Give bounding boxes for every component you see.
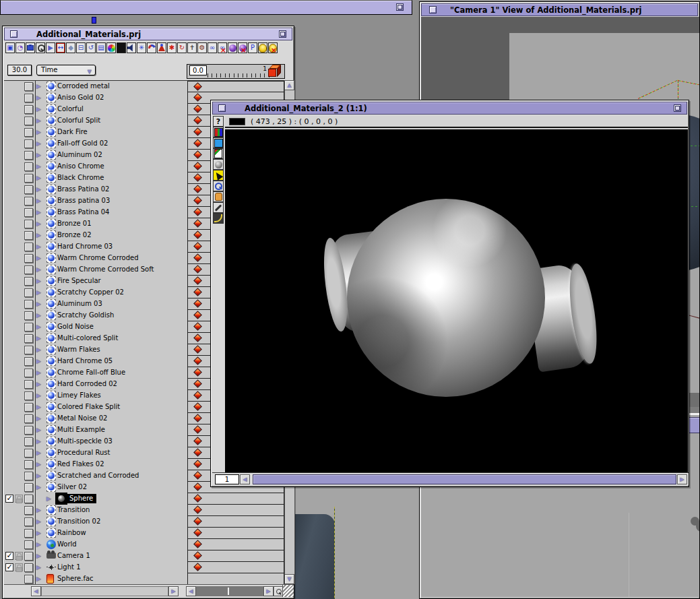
disclosure-triangle-icon[interactable]: ▶ <box>36 461 41 468</box>
bulb-off-icon[interactable] <box>268 42 278 53</box>
row-button[interactable] <box>24 243 33 251</box>
close-box-icon[interactable] <box>218 104 226 112</box>
disclosure-triangle-icon[interactable]: ▶ <box>36 323 41 330</box>
row-button[interactable] <box>24 540 33 549</box>
keyframe-diamond[interactable] <box>193 150 202 159</box>
row-button[interactable] <box>24 105 33 114</box>
list-item[interactable]: ✓▶Light 1 <box>4 562 284 573</box>
row-button[interactable] <box>24 506 33 515</box>
keyframe-diamond[interactable] <box>193 345 202 354</box>
disclosure-triangle-icon[interactable]: ▶ <box>36 209 41 216</box>
disclosure-triangle-icon[interactable]: ▶ <box>36 117 41 124</box>
row-button[interactable] <box>24 208 33 217</box>
eyedropper-icon[interactable] <box>213 202 224 213</box>
timeline-scroll-right-arrow[interactable]: ▶ <box>263 586 274 596</box>
row-button[interactable] <box>24 128 33 137</box>
keyframe-diamond[interactable] <box>193 116 202 125</box>
timeline-cell[interactable] <box>187 550 284 562</box>
row-button[interactable] <box>24 82 33 91</box>
current-time-field[interactable]: 0.0 <box>189 65 207 75</box>
scroll-down-arrow[interactable]: ▼ <box>284 574 294 584</box>
keyframe-diamond[interactable] <box>193 185 202 193</box>
help-icon[interactable]: ? <box>213 116 224 127</box>
fps-field[interactable]: 30.0 <box>7 65 32 75</box>
pan-arrows-icon[interactable]: ↔ <box>56 42 65 53</box>
row-button[interactable] <box>24 472 33 480</box>
keyframe-diamond[interactable] <box>193 437 202 445</box>
sphere-delete-icon[interactable] <box>238 42 247 53</box>
keyframe-diamond[interactable] <box>193 230 202 239</box>
timeline-cell[interactable] <box>187 81 284 92</box>
alpha-page-icon[interactable] <box>213 148 224 159</box>
disclosure-triangle-icon[interactable]: ▶ <box>36 484 41 491</box>
magnify-icon[interactable] <box>36 42 45 53</box>
disclosure-triangle-icon[interactable]: ▶ <box>36 163 41 170</box>
list-item[interactable]: ✓▶Sphere <box>4 493 284 505</box>
keyframe-diamond[interactable] <box>193 93 202 102</box>
keyframe-diamond[interactable] <box>193 448 202 457</box>
row-button[interactable] <box>24 449 33 458</box>
disclosure-triangle-icon[interactable]: ▶ <box>36 278 41 284</box>
disclosure-triangle-icon[interactable]: ▶ <box>36 369 41 376</box>
rotate-keys-icon[interactable]: ↻ <box>177 42 187 53</box>
bulb-on-icon[interactable] <box>258 42 267 53</box>
list-scroll-left-arrow[interactable]: ◀ <box>31 586 41 596</box>
zoom-box-icon[interactable] <box>674 104 681 112</box>
keyframe-diamond[interactable] <box>193 494 202 503</box>
timeline-cell[interactable] <box>187 516 284 528</box>
disclosure-triangle-icon[interactable]: ▶ <box>36 312 41 319</box>
list-item[interactable]: ▶Rainbow <box>4 528 284 539</box>
disclosure-triangle-icon[interactable]: ▶ <box>36 438 41 445</box>
zoom-box-icon[interactable] <box>396 3 404 11</box>
figure-icon[interactable]: ✝ <box>187 42 197 53</box>
row-button[interactable] <box>24 231 33 240</box>
row-button[interactable] <box>24 139 33 148</box>
keyframe-diamond[interactable] <box>193 139 202 148</box>
timeline-cell[interactable] <box>187 539 284 550</box>
keyframe-diamond[interactable] <box>193 391 202 400</box>
row-button[interactable] <box>24 311 33 320</box>
divider-icon[interactable] <box>117 42 126 53</box>
row-button[interactable] <box>24 323 33 332</box>
lock-icon[interactable] <box>15 552 23 560</box>
timeline-ruler-area[interactable]: 0.0 1 <box>187 64 285 79</box>
list-item[interactable]: ▶Transition <box>4 505 284 516</box>
zoom-tool-icon[interactable] <box>213 181 224 191</box>
list-item[interactable]: ▶World <box>4 539 284 550</box>
disclosure-triangle-icon[interactable]: ▶ <box>36 197 41 204</box>
row-button[interactable] <box>24 277 33 286</box>
row-button[interactable] <box>24 288 33 297</box>
row-button[interactable] <box>24 517 33 526</box>
list-item[interactable]: ▶Sphere.fac <box>4 573 284 585</box>
keyframe-diamond[interactable] <box>193 379 202 388</box>
disclosure-triangle-icon[interactable]: ▶ <box>36 507 41 513</box>
timeline-end-cube-icon[interactable] <box>267 65 283 79</box>
keyframe-diamond[interactable] <box>193 311 202 319</box>
camera-window-titlebar[interactable]: "Camera 1" View of Additional_Materials.… <box>421 3 698 16</box>
disclosure-triangle-icon[interactable]: ▶ <box>36 530 41 536</box>
disclosure-triangle-icon[interactable]: ▶ <box>36 186 41 193</box>
row-button[interactable] <box>24 174 33 183</box>
render-scroll-right-arrow[interactable]: ▶ <box>677 474 687 484</box>
disclosure-triangle-icon[interactable]: ▶ <box>36 243 41 250</box>
window-slider-icon[interactable]: ⊟ <box>76 42 86 53</box>
disclosure-triangle-icon[interactable]: ▶ <box>36 301 41 307</box>
disclosure-triangle-icon[interactable]: ▶ <box>36 335 41 342</box>
visibility-checkbox[interactable]: ✓ <box>5 495 13 503</box>
timeline-scrollbar-track[interactable] <box>196 586 263 596</box>
row-button[interactable] <box>24 391 33 400</box>
zoom-box-icon[interactable] <box>279 30 286 38</box>
visibility-checkbox[interactable]: ✓ <box>5 563 13 571</box>
arrow-tool-icon[interactable] <box>213 170 224 181</box>
color-wheel-icon[interactable] <box>106 42 116 53</box>
filmstrip-icon[interactable]: ▤ <box>96 42 106 53</box>
render-window[interactable]: Additional_Materials_2 (1:1) ( 473 , 25 … <box>210 100 689 487</box>
row-button[interactable] <box>24 369 33 377</box>
delete-star-icon[interactable]: ✱ <box>167 42 177 53</box>
timeline-position-marker[interactable] <box>228 588 229 595</box>
letter-p-icon[interactable]: P <box>248 42 257 53</box>
keyframe-diamond[interactable] <box>193 402 202 411</box>
row-button[interactable] <box>24 220 33 228</box>
keyframe-diamond[interactable] <box>193 288 202 296</box>
row-button[interactable] <box>24 563 33 572</box>
